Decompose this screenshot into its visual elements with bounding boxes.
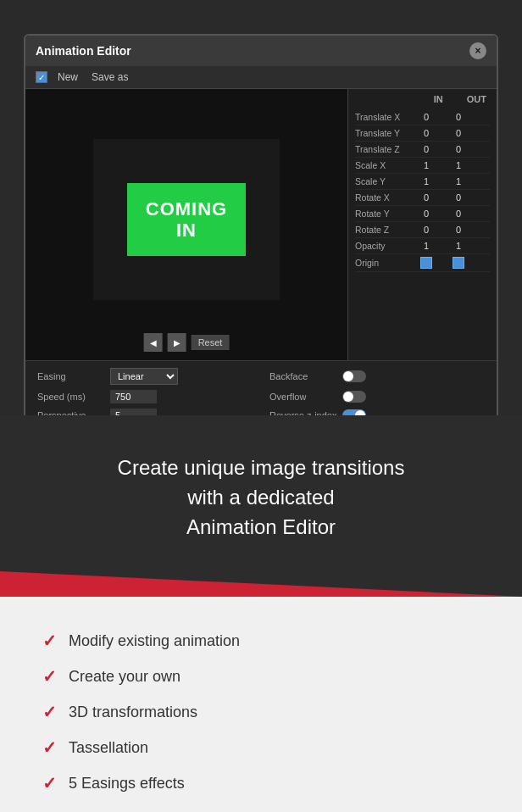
backface-label: Backface [269, 371, 337, 381]
coming-text-line1: COMING [146, 198, 227, 220]
feature-item: ✓ Modify existing animation [42, 631, 480, 651]
close-button[interactable]: × [469, 42, 486, 59]
new-button[interactable]: New [54, 70, 81, 85]
prop-in-value[interactable]: 1 [410, 176, 442, 186]
easing-row: Easing Linear [37, 368, 253, 385]
backface-row: Backface [269, 368, 485, 385]
prop-label: Translate Z [355, 144, 410, 154]
prop-in-value[interactable]: 0 [410, 112, 442, 122]
col-in-header: IN [434, 94, 443, 104]
feature-text: Tassellation [69, 739, 148, 757]
feature-text: 3D transformations [69, 704, 197, 721]
save-as-button[interactable]: Save as [88, 70, 131, 85]
origin-box-in[interactable] [420, 257, 432, 269]
prop-row: Rotate X 0 0 [355, 190, 490, 206]
editor-toolbar: New Save as [25, 66, 497, 89]
prev-button[interactable]: ◀ [144, 333, 163, 352]
editor-body: COMING IN ◀ ▶ Reset IN OUT Transl [25, 89, 497, 360]
preview-area: COMING IN ◀ ▶ Reset [25, 89, 348, 360]
prop-row: Translate X 0 0 [355, 109, 490, 125]
prop-out-origin [442, 257, 475, 269]
prop-out-value[interactable]: 0 [442, 112, 475, 122]
prop-label: Scale X [355, 160, 410, 170]
coming-text-line2: IN [176, 220, 197, 241]
prop-label: Opacity [355, 241, 410, 251]
feature-text: Create your own [69, 668, 180, 686]
check-icon: ✓ [42, 666, 57, 687]
check-icon: ✓ [42, 737, 57, 758]
prop-label: Rotate Y [355, 209, 410, 219]
easing-select[interactable]: Linear [110, 368, 178, 385]
prop-row: Translate Z 0 0 [355, 142, 490, 158]
speed-input[interactable]: 750 [110, 390, 157, 403]
prop-in-value[interactable]: 0 [410, 192, 442, 203]
prop-row: Rotate Z 0 0 [355, 222, 490, 238]
prop-out-value[interactable]: 0 [442, 225, 475, 235]
prop-row: Rotate Y 0 0 [355, 206, 490, 222]
prop-in-value[interactable]: 0 [410, 209, 442, 219]
new-checkbox[interactable] [36, 71, 47, 83]
preview-controls: ◀ ▶ Reset [144, 333, 230, 352]
prop-out-value[interactable]: 1 [442, 160, 475, 170]
preview-canvas: COMING IN [93, 139, 280, 300]
prop-out-value[interactable]: 0 [442, 209, 475, 219]
feature-text: Modify existing animation [69, 632, 240, 650]
prop-out-value[interactable]: 1 [442, 241, 475, 251]
prop-in-value[interactable]: 1 [410, 160, 442, 170]
feature-item: ✓ Create your own [42, 666, 480, 687]
prop-rows-container: Translate X 0 0 Translate Y 0 0 Translat… [355, 109, 490, 272]
prop-in-origin [410, 257, 442, 269]
prop-label: Rotate X [355, 192, 410, 203]
prop-label: Translate Y [355, 128, 410, 138]
easing-label: Easing [37, 371, 105, 381]
prop-label: Origin [355, 258, 410, 268]
feature-item: ✓ 3D transformations [42, 702, 480, 722]
title-bar: Animation Editor × [25, 36, 497, 66]
overflow-label: Overflow [269, 392, 337, 402]
speed-row: Speed (ms) 750 [37, 390, 253, 403]
promo-container: Create unique image transitionswith a de… [0, 415, 522, 597]
overflow-row: Overflow [269, 390, 485, 403]
coming-in-box: COMING IN [127, 183, 246, 257]
editor-window: Animation Editor × New Save as COMING IN… [24, 34, 498, 431]
prop-out-value[interactable]: 1 [442, 176, 475, 186]
features-section: ✓ Modify existing animation ✓ Create you… [0, 597, 522, 812]
check-icon: ✓ [42, 631, 57, 651]
prop-out-value[interactable]: 0 [442, 144, 475, 154]
editor-title: Animation Editor [36, 44, 131, 58]
prop-out-value[interactable]: 0 [442, 128, 475, 138]
check-icon: ✓ [42, 773, 57, 793]
prop-label: Scale Y [355, 176, 410, 186]
next-button[interactable]: ▶ [168, 333, 186, 352]
props-header: IN OUT [355, 94, 490, 109]
origin-box-out[interactable] [453, 257, 464, 269]
wave-divider [0, 571, 522, 597]
prop-label: Translate X [355, 112, 410, 122]
feature-text: 5 Easings effects [69, 775, 185, 793]
prop-label: Rotate Z [355, 225, 410, 235]
prop-out-value[interactable]: 0 [442, 192, 475, 203]
properties-panel: IN OUT Translate X 0 0 Translate Y 0 0 T… [348, 89, 497, 360]
top-section: Animation Editor × New Save as COMING IN… [0, 0, 522, 415]
feature-item: ✓ Tassellation [42, 737, 480, 758]
prop-row: Scale X 1 1 [355, 158, 490, 174]
col-out-header: OUT [467, 94, 486, 104]
prop-in-value[interactable]: 0 [410, 225, 442, 235]
check-icon: ✓ [42, 702, 57, 722]
feature-item: ✓ 5 Easings effects [42, 773, 480, 793]
features-container: ✓ Modify existing animation ✓ Create you… [42, 631, 480, 793]
promo-text: Create unique image transitionswith a de… [25, 453, 497, 542]
overflow-toggle[interactable] [342, 391, 366, 403]
prop-row: Scale Y 1 1 [355, 174, 490, 190]
reset-button[interactable]: Reset [192, 335, 230, 350]
promo-section: Create unique image transitionswith a de… [0, 415, 522, 597]
speed-label: Speed (ms) [37, 392, 105, 402]
prop-row: Translate Y 0 0 [355, 125, 490, 142]
prop-in-value[interactable]: 0 [410, 128, 442, 138]
prop-row: Opacity 1 1 [355, 238, 490, 254]
prop-in-value[interactable]: 0 [410, 144, 442, 154]
prop-row: Origin [355, 254, 490, 272]
prop-in-value[interactable]: 1 [410, 241, 442, 251]
backface-toggle[interactable] [342, 370, 366, 382]
